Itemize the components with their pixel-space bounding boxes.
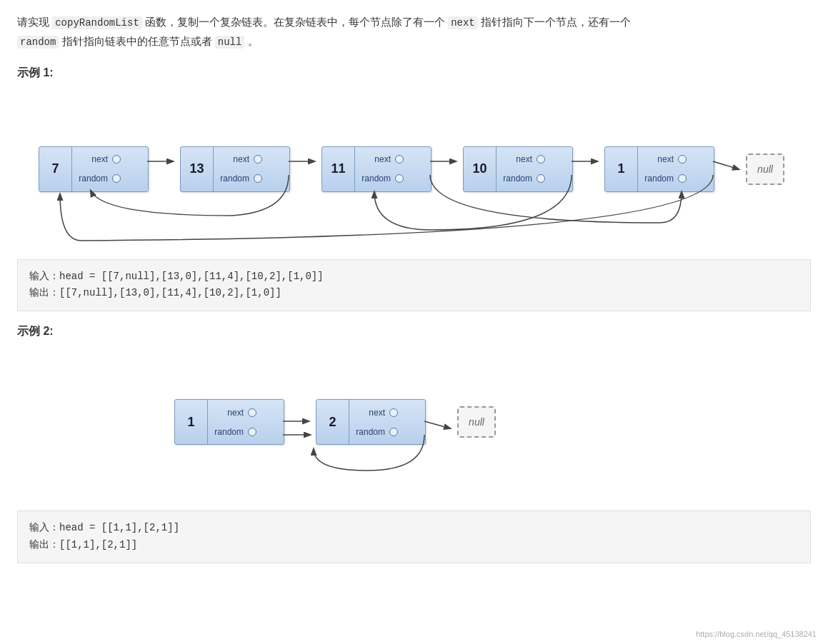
example2-input-line: 输入：head = [[1,1],[2,1]] bbox=[29, 520, 799, 537]
desc-code1: copyRandomList bbox=[52, 16, 142, 29]
node-1-next: next bbox=[644, 154, 704, 164]
random-label-2: random bbox=[219, 173, 249, 183]
random-port-4 bbox=[537, 174, 545, 183]
random-label-ex2-2: random bbox=[355, 427, 385, 437]
nodes-row-2: 1 next random 2 next bbox=[174, 399, 496, 445]
desc-text1: 请实现 bbox=[17, 16, 52, 28]
next-label-2: next bbox=[219, 154, 249, 164]
node-10-random: random bbox=[502, 173, 562, 183]
next-port-5 bbox=[678, 155, 687, 163]
example1-title: 示例 1: bbox=[17, 66, 811, 81]
next-port-3 bbox=[395, 155, 404, 163]
example2-output-line: 输出：[[1,1],[2,1]] bbox=[29, 537, 799, 554]
desc-code2: next bbox=[448, 16, 478, 29]
node-7-random: random bbox=[78, 173, 138, 183]
node-13-val: 13 bbox=[181, 147, 214, 191]
input-val-2: head = [[1,1],[2,1]] bbox=[59, 522, 179, 533]
node-11-next: next bbox=[361, 154, 421, 164]
node-11-val: 11 bbox=[322, 147, 355, 191]
next-label-5: next bbox=[644, 154, 674, 164]
example1-output-line: 输出：[[7,null],[13,0],[11,4],[10,2],[1,0]] bbox=[29, 285, 799, 302]
node-1-val: 1 bbox=[605, 147, 638, 191]
random-label-3: random bbox=[361, 173, 391, 183]
node-7: 7 next random bbox=[39, 146, 149, 192]
desc-text2: 函数，复制一个复杂链表。在复杂链表中，每个节点除了有一个 bbox=[142, 16, 448, 28]
next-label-4: next bbox=[502, 154, 532, 164]
next-port-2 bbox=[254, 155, 262, 163]
input-label-1: 输入： bbox=[29, 271, 59, 282]
node-1-random: random bbox=[644, 173, 704, 183]
random-label-ex2-1: random bbox=[214, 427, 244, 437]
node-7-fields: next random bbox=[72, 147, 144, 191]
watermark: https://blog.csdn.net/qq_45138241 bbox=[696, 630, 817, 638]
next-label-ex2-1: next bbox=[214, 408, 244, 418]
node-11-fields: next random bbox=[355, 147, 427, 191]
random-label-4: random bbox=[502, 173, 532, 183]
next-port-4 bbox=[537, 155, 545, 163]
node-1-ex2-next: next bbox=[214, 408, 274, 418]
random-port-ex2-1 bbox=[248, 428, 256, 436]
output-label-1: 输出： bbox=[29, 287, 59, 298]
node-1-ex2-val: 1 bbox=[175, 400, 208, 444]
example1-code: 输入：head = [[7,null],[13,0],[11,4],[10,2]… bbox=[17, 259, 811, 312]
next-label: next bbox=[78, 154, 108, 164]
random-port bbox=[112, 174, 121, 183]
random-label-5: random bbox=[644, 173, 674, 183]
example2-code: 输入：head = [[1,1],[2,1]] 输出：[[1,1],[2,1]] bbox=[17, 510, 811, 563]
node-10-fields: next random bbox=[497, 147, 568, 191]
next-port-ex2-2 bbox=[389, 408, 398, 417]
node-13: 13 next random bbox=[180, 146, 290, 192]
example1-diagram: 7 next random 13 next bbox=[17, 91, 811, 248]
node-7-val: 7 bbox=[39, 147, 72, 191]
problem-description: 请实现 copyRandomList 函数，复制一个复杂链表。在复杂链表中，每个… bbox=[17, 13, 811, 51]
input-val-1: head = [[7,null],[13,0],[11,4],[10,2],[1… bbox=[59, 271, 324, 282]
example2-title: 示例 2: bbox=[17, 324, 811, 339]
node-2-ex2-val: 2 bbox=[316, 400, 349, 444]
node-2-ex2: 2 next random bbox=[316, 399, 426, 445]
node-1-ex2-random: random bbox=[214, 427, 274, 437]
node-2-ex2-next: next bbox=[355, 408, 415, 418]
next-port bbox=[112, 155, 121, 163]
node-10-next: next bbox=[502, 154, 562, 164]
node-2-ex2-random: random bbox=[355, 427, 415, 437]
desc-text3: 指针指向下一个节点，还有一个 bbox=[478, 16, 631, 28]
node-10: 10 next random bbox=[463, 146, 573, 192]
node-1-fields: next random bbox=[638, 147, 709, 191]
node-2-ex2-fields: next random bbox=[349, 400, 421, 444]
desc-text4: 指针指向链表中的任意节点或者 bbox=[59, 35, 214, 47]
example1-input-line: 输入：head = [[7,null],[13,0],[11,4],[10,2]… bbox=[29, 268, 799, 286]
desc-code3: random bbox=[17, 36, 59, 49]
nodes-row-1: 7 next random 13 next bbox=[39, 146, 784, 192]
output-label-2: 输出： bbox=[29, 539, 59, 550]
random-port-5 bbox=[678, 174, 687, 183]
next-label-3: next bbox=[361, 154, 391, 164]
random-port-3 bbox=[395, 174, 404, 183]
desc-code4: null bbox=[215, 36, 245, 49]
null-node-2: null bbox=[457, 406, 496, 438]
node-10-val: 10 bbox=[464, 147, 497, 191]
next-label-ex2-2: next bbox=[355, 408, 385, 418]
random-port-ex2-2 bbox=[389, 428, 398, 436]
null-node-1: null bbox=[746, 154, 784, 185]
node-13-next: next bbox=[219, 154, 279, 164]
output-val-1: [[7,null],[13,0],[11,4],[10,2],[1,0]] bbox=[59, 287, 281, 298]
node-1-ex2: 1 next random bbox=[174, 399, 284, 445]
random-port-2 bbox=[254, 174, 262, 183]
node-1-ex2-fields: next random bbox=[208, 400, 279, 444]
node-11-random: random bbox=[361, 173, 421, 183]
node-13-fields: next random bbox=[214, 147, 285, 191]
random-label: random bbox=[78, 173, 108, 183]
input-label-2: 输入： bbox=[29, 522, 59, 533]
node-11: 11 next random bbox=[321, 146, 432, 192]
node-7-next: next bbox=[78, 154, 138, 164]
output-val-2: [[1,1],[2,1]] bbox=[59, 539, 137, 550]
next-port-ex2-1 bbox=[248, 408, 256, 417]
node-13-random: random bbox=[219, 173, 279, 183]
desc-text5: 。 bbox=[244, 35, 258, 47]
example2-diagram: 1 next random 2 next bbox=[17, 349, 811, 499]
node-1: 1 next random bbox=[604, 146, 714, 192]
